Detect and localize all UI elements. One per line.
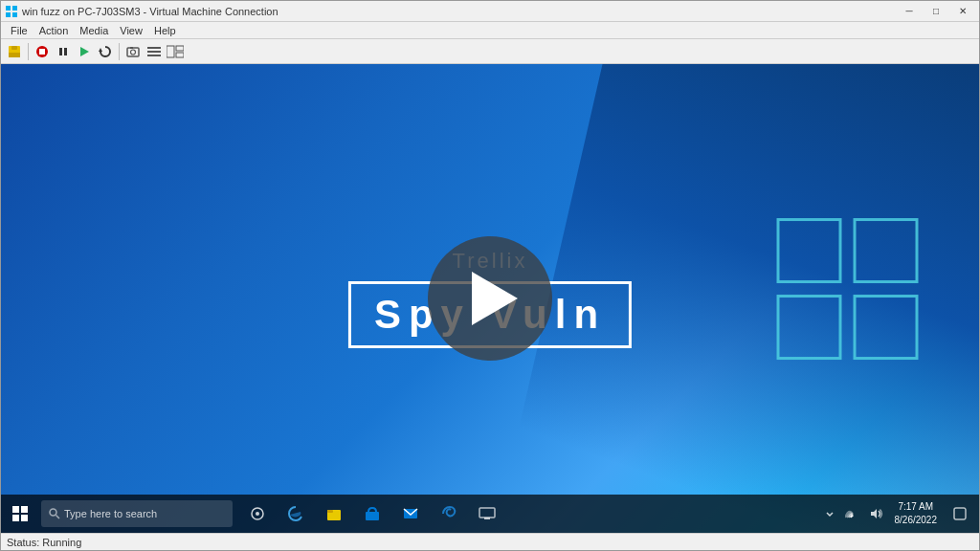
svg-rect-16 bbox=[147, 47, 161, 49]
toolbar-separator-2 bbox=[119, 43, 120, 60]
menu-bar: File Action Media View Help bbox=[1, 22, 979, 39]
mail-icon[interactable] bbox=[393, 495, 428, 533]
screen-icon[interactable] bbox=[470, 495, 504, 533]
svg-marker-12 bbox=[99, 48, 102, 52]
toolbar-save-button[interactable] bbox=[5, 42, 24, 61]
svg-rect-22 bbox=[778, 220, 840, 282]
svg-rect-9 bbox=[59, 48, 62, 55]
toolbar-settings-button[interactable] bbox=[145, 42, 164, 61]
notification-center-button[interactable] bbox=[945, 495, 975, 533]
toolbar-screenshot-button[interactable] bbox=[123, 42, 143, 61]
svg-rect-29 bbox=[21, 515, 28, 521]
file-explorer-icon[interactable] bbox=[317, 495, 351, 533]
svg-rect-1 bbox=[12, 6, 17, 11]
toolbar-play-button[interactable] bbox=[75, 42, 94, 61]
task-view-button[interactable] bbox=[240, 495, 275, 533]
status-bar: Status: Running bbox=[1, 533, 979, 550]
play-circle bbox=[428, 236, 552, 361]
svg-rect-28 bbox=[12, 515, 19, 521]
svg-rect-6 bbox=[9, 53, 20, 57]
svg-rect-5 bbox=[11, 46, 17, 50]
menu-media[interactable]: Media bbox=[74, 24, 114, 37]
svg-rect-13 bbox=[127, 48, 139, 56]
svg-rect-35 bbox=[327, 510, 333, 513]
taskbar-clock[interactable]: 7:17 AM 8/26/2022 bbox=[891, 500, 942, 527]
svg-rect-19 bbox=[167, 46, 174, 57]
edge-browser-icon[interactable] bbox=[278, 495, 313, 533]
taskbar-system-tray: 7:17 AM 8/26/2022 bbox=[820, 495, 980, 533]
title-bar: win fuzz on PC-7J03SM3 - Virtual Machine… bbox=[1, 1, 979, 22]
toolbar-reset-button[interactable] bbox=[96, 42, 115, 61]
toolbar-extra-button[interactable] bbox=[166, 42, 185, 61]
svg-rect-23 bbox=[855, 220, 917, 282]
minimize-button[interactable]: ─ bbox=[897, 4, 922, 19]
taskbar-search-box[interactable]: Type here to search bbox=[41, 500, 233, 527]
menu-action[interactable]: Action bbox=[33, 24, 75, 37]
svg-rect-38 bbox=[479, 508, 495, 518]
toolbar-stop-button[interactable] bbox=[33, 42, 52, 61]
svg-rect-8 bbox=[39, 49, 45, 55]
window-controls: ─ □ ✕ bbox=[897, 4, 975, 19]
search-placeholder: Type here to search bbox=[64, 508, 157, 519]
svg-rect-39 bbox=[484, 518, 490, 519]
vm-display[interactable]: Trellix Spy Vuln bbox=[1, 64, 979, 533]
close-button[interactable]: ✕ bbox=[950, 4, 975, 19]
toolbar-separator-1 bbox=[28, 43, 29, 60]
vm-taskbar: Type here to search bbox=[1, 495, 979, 533]
svg-point-33 bbox=[256, 512, 259, 516]
virtual-machine-window: win fuzz on PC-7J03SM3 - Virtual Machine… bbox=[0, 0, 980, 551]
tray-network[interactable] bbox=[842, 495, 863, 533]
svg-rect-36 bbox=[366, 512, 379, 520]
svg-rect-0 bbox=[6, 6, 11, 11]
play-triangle-icon bbox=[472, 272, 518, 325]
maximize-button[interactable]: □ bbox=[924, 4, 948, 19]
status-text: Status: Running bbox=[7, 537, 81, 548]
svg-rect-24 bbox=[778, 297, 840, 359]
svg-rect-15 bbox=[130, 47, 133, 49]
svg-rect-20 bbox=[176, 46, 184, 51]
svg-rect-17 bbox=[147, 51, 161, 53]
svg-rect-21 bbox=[176, 53, 184, 57]
svg-rect-40 bbox=[954, 508, 966, 519]
clock-time: 7:17 AM bbox=[895, 500, 938, 514]
play-button-overlay[interactable] bbox=[428, 236, 552, 361]
taskbar-center-icons bbox=[240, 495, 504, 533]
svg-rect-3 bbox=[12, 12, 17, 17]
menu-view[interactable]: View bbox=[114, 24, 148, 37]
svg-point-30 bbox=[50, 509, 56, 516]
menu-file[interactable]: File bbox=[5, 24, 33, 37]
svg-marker-11 bbox=[80, 47, 89, 56]
svg-rect-2 bbox=[6, 12, 11, 17]
svg-rect-27 bbox=[21, 506, 28, 513]
window-icon bbox=[5, 5, 18, 18]
tray-volume[interactable] bbox=[866, 495, 887, 533]
svg-point-14 bbox=[131, 50, 136, 55]
windows-logo bbox=[773, 215, 922, 367]
tray-chevron[interactable] bbox=[820, 495, 839, 533]
svg-rect-26 bbox=[12, 506, 19, 513]
svg-line-31 bbox=[56, 516, 60, 519]
store-icon[interactable] bbox=[355, 495, 390, 533]
menu-help[interactable]: Help bbox=[148, 24, 182, 37]
system-tray-icons bbox=[820, 495, 887, 533]
svg-rect-10 bbox=[64, 48, 67, 55]
edge-icon-2[interactable] bbox=[432, 495, 466, 533]
window-title: win fuzz on PC-7J03SM3 - Virtual Machine… bbox=[22, 6, 897, 17]
start-button[interactable] bbox=[1, 495, 39, 533]
clock-date: 8/26/2022 bbox=[895, 514, 938, 527]
toolbar bbox=[1, 39, 979, 64]
toolbar-pause-button[interactable] bbox=[54, 42, 73, 61]
svg-rect-18 bbox=[147, 55, 161, 56]
svg-rect-25 bbox=[855, 297, 917, 359]
